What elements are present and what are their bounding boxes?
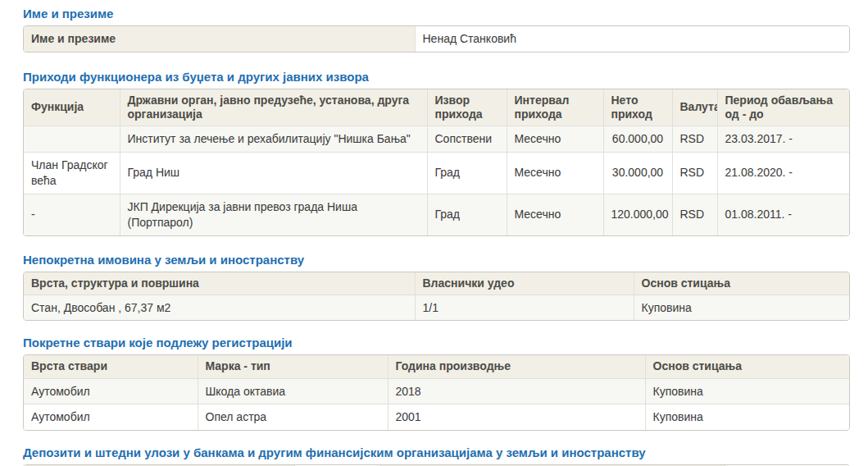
header-cell-basis: Основ стицања — [634, 272, 850, 295]
cell-currency: RSD — [672, 194, 717, 235]
cell-source: Сопствени — [427, 126, 507, 153]
table-row: Члан Градског већа Град Ниш Град Месечно… — [24, 152, 850, 194]
section-deposits: Депозити и штедни улози у банкама и друг… — [23, 445, 850, 466]
header-cell-share: Власнички удео — [415, 272, 634, 295]
section-title-income: Приходи функционера из буџета и других ј… — [23, 70, 850, 85]
cell-make: Шкода октавиа — [198, 378, 388, 404]
cell-organ: ЈКП Дирекција за јавни превоз града Ниша… — [120, 194, 427, 235]
cell-type: Стан, Двособан , 67,37 м2 — [24, 295, 415, 320]
table-row: Аутомобил Шкода октавиа 2018 Куповина — [24, 378, 850, 404]
table-row: Стан, Двособан , 67,37 м2 1/1 Куповина — [24, 295, 850, 320]
header-cell-interval: Интервал прихода — [507, 89, 603, 126]
header-cell-currency: Валута — [672, 89, 717, 126]
table-row: Аутомобил Опел астра 2001 Куповина — [24, 404, 850, 430]
cell-type: Аутомобил — [24, 378, 198, 404]
cell-interval: Месечно — [507, 152, 603, 194]
section-name: Име и презиме Име и презиме Ненад Станко… — [23, 7, 850, 53]
vehicles-table: Врста ствари Марка - тип Година производ… — [23, 354, 850, 431]
cell-interval: Месечно — [507, 126, 603, 153]
name-table: Име и презиме Ненад Станковић — [23, 25, 850, 53]
section-income: Приходи функционера из буџета и других ј… — [23, 70, 850, 236]
table-header-row: Функција Државни орган, јавно предузеће,… — [24, 89, 850, 126]
table-row: - ЈКП Дирекција за јавни превоз града Ни… — [24, 194, 850, 235]
table-row: Име и презиме Ненад Станковић — [24, 26, 850, 52]
cell-basis: Куповина — [634, 295, 850, 320]
cell-source: Град — [427, 194, 507, 235]
table-header-row: Врста, структура и површина Власнички уд… — [24, 272, 850, 295]
name-label-cell: Име и презиме — [24, 26, 415, 52]
cell-function: - — [24, 194, 120, 235]
cell-function: Члан Градског већа — [24, 152, 120, 194]
cell-net: 30.000,00 — [603, 152, 672, 194]
cell-year: 2001 — [388, 404, 645, 430]
header-cell-period: Период обављања од - до — [717, 89, 850, 126]
name-value-cell: Ненад Станковић — [415, 26, 850, 52]
declaration-page: Име и презиме Име и презиме Ненад Станко… — [0, 0, 868, 466]
section-title-vehicles: Покретне ствари које подлежу регистрациј… — [23, 336, 850, 350]
section-realestate: Непокретна имовина у земљи и иностранств… — [23, 253, 850, 322]
table-header-row: Врста ствари Марка - тип Година производ… — [24, 355, 850, 378]
cell-period: 21.08.2020. - — [717, 152, 850, 194]
header-cell-basis: Основ стицања — [645, 355, 850, 378]
cell-source: Град — [427, 152, 507, 194]
cell-basis: Куповина — [645, 378, 850, 404]
cell-organ: Град Ниш — [120, 152, 427, 194]
realestate-table: Врста, структура и површина Власнички уд… — [23, 272, 850, 322]
section-vehicles: Покретне ствари које подлежу регистрациј… — [23, 336, 850, 431]
cell-make: Опел астра — [198, 404, 388, 430]
cell-year: 2018 — [388, 378, 645, 404]
cell-interval: Месечно — [507, 194, 603, 235]
cell-share: 1/1 — [415, 295, 634, 320]
cell-net: 120.000,00 — [603, 194, 672, 235]
income-table: Функција Државни орган, јавно предузеће,… — [23, 89, 850, 236]
cell-currency: RSD — [672, 152, 717, 194]
header-cell-function: Функција — [24, 89, 120, 126]
table-row: Институт за лечење и рехабилитацију "Ниш… — [24, 126, 850, 153]
cell-type: Аутомобил — [24, 404, 198, 430]
cell-currency: RSD — [672, 126, 717, 153]
header-cell-year: Година производње — [388, 355, 645, 378]
header-cell-make: Марка - тип — [198, 355, 388, 378]
cell-period: 23.03.2017. - — [717, 126, 850, 153]
cell-basis: Куповина — [645, 404, 850, 430]
header-cell-type: Врста, структура и површина — [24, 272, 415, 295]
section-title-realestate: Непокретна имовина у земљи и иностранств… — [23, 253, 850, 267]
header-cell-type: Врста ствари — [24, 355, 198, 378]
header-cell-net: Нето приход — [603, 89, 672, 126]
header-cell-source: Извор прихода — [427, 89, 507, 126]
cell-period: 01.08.2011. - — [717, 194, 850, 235]
section-title-name: Име и презиме — [23, 7, 850, 21]
section-title-deposits: Депозити и штедни улози у банкама и друг… — [23, 445, 850, 460]
header-cell-organ: Државни орган, јавно предузеће, установа… — [120, 89, 427, 126]
cell-net: 60.000,00 — [603, 126, 672, 153]
cell-function — [24, 126, 120, 153]
cell-organ: Институт за лечење и рехабилитацију "Ниш… — [120, 126, 427, 153]
